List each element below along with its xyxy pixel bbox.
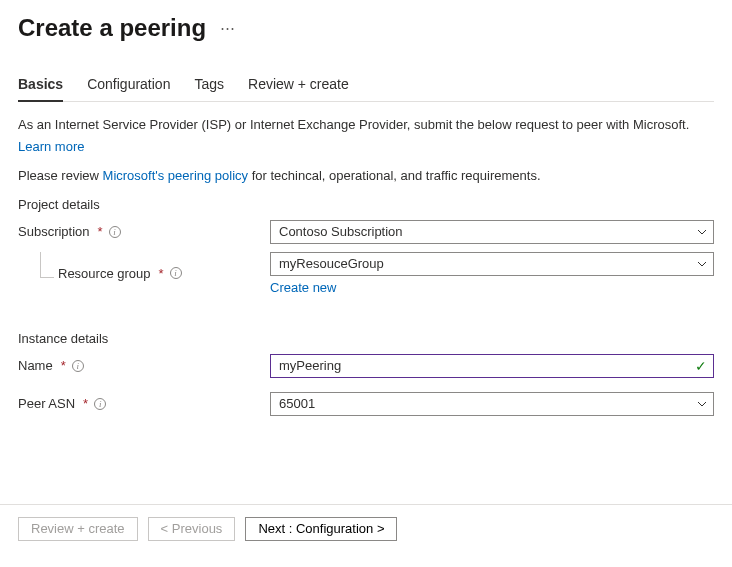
peer-asn-value: 65001 [279,396,315,411]
chevron-down-icon [697,259,707,269]
required-icon: * [61,358,66,373]
chevron-down-icon [697,399,707,409]
more-actions-icon[interactable]: ⋯ [220,19,236,37]
name-label: Name [18,358,53,373]
tab-configuration[interactable]: Configuration [87,76,170,101]
subscription-value: Contoso Subscription [279,224,403,239]
subscription-label: Subscription [18,224,90,239]
check-icon: ✓ [695,359,707,373]
page-title: Create a peering [18,14,206,42]
learn-more-link[interactable]: Learn more [18,139,84,154]
name-input[interactable]: myPeering ✓ [270,354,714,378]
required-icon: * [83,396,88,411]
bottom-bar: Review + create < Previous Next : Config… [0,504,732,553]
policy-text: Please review Microsoft's peering policy… [18,168,714,183]
policy-prefix: Please review [18,168,103,183]
required-icon: * [98,224,103,239]
info-icon[interactable]: i [170,267,182,279]
tab-tags[interactable]: Tags [194,76,224,101]
policy-link[interactable]: Microsoft's peering policy [103,168,249,183]
intro-text: As an Internet Service Provider (ISP) or… [18,116,714,135]
resource-group-select[interactable]: myResouceGroup [270,252,714,276]
required-icon: * [159,266,164,281]
peer-asn-select[interactable]: 65001 [270,392,714,416]
resource-group-value: myResouceGroup [279,256,384,271]
previous-button: < Previous [148,517,236,541]
info-icon[interactable]: i [72,360,84,372]
tabs: Basics Configuration Tags Review + creat… [18,76,714,102]
tree-line [40,252,54,278]
review-create-button: Review + create [18,517,138,541]
next-button[interactable]: Next : Configuration > [245,517,397,541]
project-details-heading: Project details [18,197,714,212]
subscription-select[interactable]: Contoso Subscription [270,220,714,244]
instance-details-heading: Instance details [18,331,714,346]
info-icon[interactable]: i [94,398,106,410]
tab-basics[interactable]: Basics [18,76,63,102]
info-icon[interactable]: i [109,226,121,238]
name-value: myPeering [279,358,341,373]
chevron-down-icon [697,227,707,237]
peer-asn-label: Peer ASN [18,396,75,411]
tab-review-create[interactable]: Review + create [248,76,349,101]
resource-group-label: Resource group [58,266,151,281]
policy-suffix: for techincal, operational, and traffic … [248,168,540,183]
create-new-link[interactable]: Create new [270,280,336,295]
